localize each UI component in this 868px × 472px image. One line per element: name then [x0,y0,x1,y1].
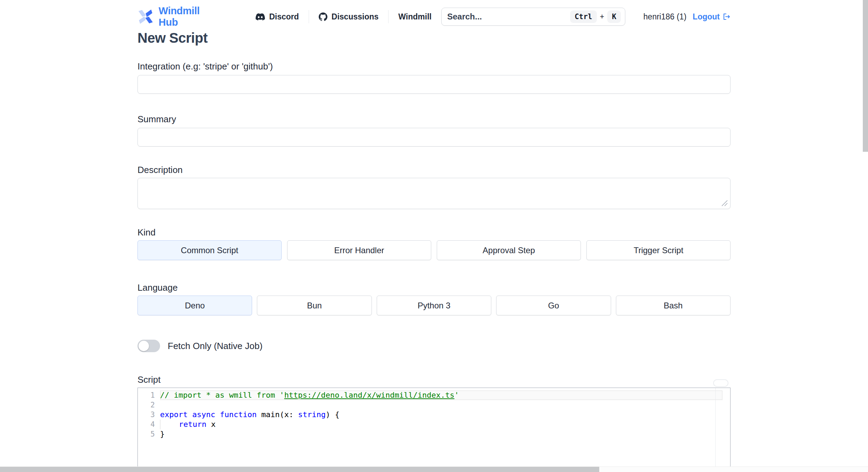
code-keyword: string [298,410,325,419]
shortcut-plus: + [600,12,604,21]
language-label: Language [137,282,731,293]
logout-label: Logout [693,12,720,22]
description-textarea[interactable] [137,178,731,209]
language-option-deno[interactable]: Deno [137,296,252,315]
line-number: 1 [138,390,160,400]
main-nav: Discord Discussions Windmill [246,10,441,23]
editor-mini-toggle[interactable] [713,379,728,387]
code-text: ) { [326,410,340,419]
code-comment: // import * as wmill from ' [160,391,284,399]
fetch-only-label: Fetch Only (Native Job) [168,341,262,351]
nav-item-discord[interactable]: Discord [246,12,309,22]
integration-label: Integration (e.g: 'stripe' or 'github') [137,61,731,72]
language-option-bash[interactable]: Bash [616,296,731,315]
kind-options: Common Script Error Handler Approval Ste… [137,240,731,260]
summary-input[interactable] [137,128,731,147]
line-number: 2 [138,400,160,410]
code-text: x [206,420,216,429]
code-line-4: return x [160,420,723,429]
search-input[interactable] [447,12,570,22]
code-text: main(x: [257,410,298,419]
line-number: 3 [138,410,160,420]
kind-option-common-script[interactable]: Common Script [137,240,282,260]
integration-input[interactable] [137,75,731,94]
fetch-only-toggle[interactable] [137,340,160,352]
search-shortcut: Ctrl + K [570,10,621,23]
code-comment-link[interactable]: https://deno.land/x/windmill/index.ts [284,391,454,399]
brand-name: Windmill Hub [159,5,215,28]
script-label: Script [137,374,160,385]
vertical-scrollbar-thumb[interactable] [863,0,868,152]
code-line-1: // import * as wmill from 'https://deno.… [160,390,723,400]
description-label: Description [137,165,731,175]
vertical-scrollbar[interactable] [863,0,868,472]
code-keyword: async [192,410,215,419]
code-line-3: export async function main(x: string) { [160,410,723,420]
header: Windmill Hub Discord Discussions [137,0,731,27]
page-title: New Script [137,30,731,46]
search-box[interactable]: Ctrl + K [441,8,625,26]
language-option-bun[interactable]: Bun [257,296,372,315]
nav-item-label: Windmill [398,12,432,22]
code-comment: ' [454,391,459,399]
toggle-knob [139,341,149,351]
language-options: Deno Bun Python 3 Go Bash [137,296,731,315]
nav-item-label: Discord [269,12,299,22]
code-text [215,410,220,419]
code-keyword: export [160,410,187,419]
k-key-badge: K [607,10,621,23]
kind-option-trigger-script[interactable]: Trigger Script [586,240,731,260]
script-header-row: Script [137,374,731,385]
username: henri186 (1) [643,12,686,22]
nav-item-windmill[interactable]: Windmill [389,12,441,22]
script-code-editor[interactable]: 1 2 3 4 5 // import * as wmill from 'htt… [137,388,731,472]
summary-label: Summary [137,114,731,124]
line-number: 4 [138,420,160,429]
code-line-2 [160,400,723,410]
code-keyword: function [220,410,257,419]
horizontal-scrollbar[interactable] [0,466,868,472]
textarea-resize-handle[interactable] [720,199,728,207]
editor-line-numbers: 1 2 3 4 5 [138,388,160,472]
horizontal-scrollbar-thumb[interactable] [0,467,599,472]
discord-icon [256,12,265,22]
language-option-go[interactable]: Go [496,296,611,315]
code-text [160,420,179,429]
windmill-logo-icon [137,8,154,26]
logout-icon [722,13,731,21]
language-option-python3[interactable]: Python 3 [377,296,491,315]
github-icon [319,13,327,21]
line-number: 5 [138,429,160,439]
kind-option-approval-step[interactable]: Approval Step [437,240,581,260]
kind-label: Kind [137,227,731,238]
user-area: henri186 (1) Logout [643,12,731,22]
editor-code-area[interactable]: // import * as wmill from 'https://deno.… [160,388,723,472]
ctrl-key-badge: Ctrl [570,10,597,23]
page: Windmill Hub Discord Discussions [0,0,868,472]
code-keyword: return [179,420,206,429]
logout-link[interactable]: Logout [693,12,731,22]
code-text [187,410,192,419]
kind-option-error-handler[interactable]: Error Handler [287,240,431,260]
code-text: } [160,430,165,438]
nav-item-discussions[interactable]: Discussions [309,12,389,22]
fetch-only-row: Fetch Only (Native Job) [137,340,731,352]
nav-item-label: Discussions [332,12,379,22]
code-line-5: } [160,429,723,439]
brand-link[interactable]: Windmill Hub [137,5,215,28]
